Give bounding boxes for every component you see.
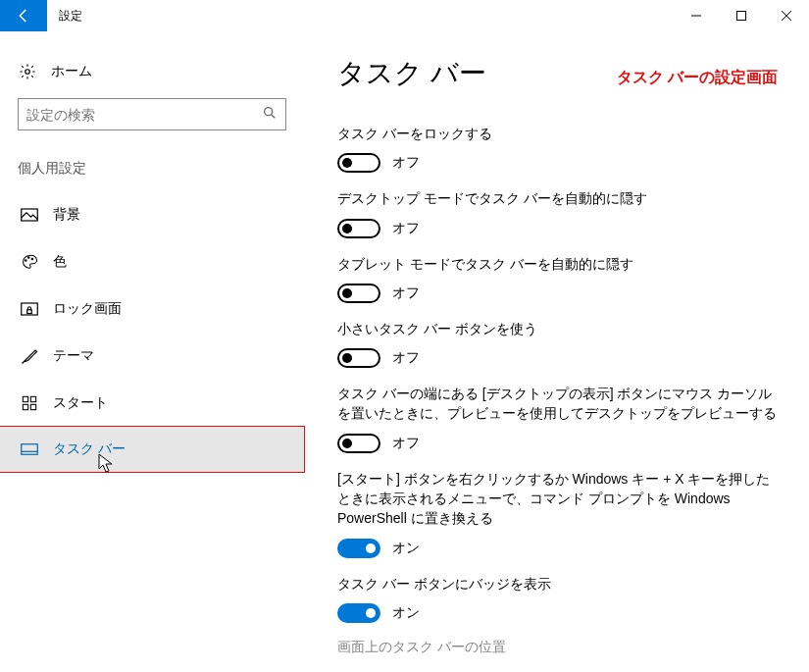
sidebar: ホーム 個人用設定 背景 <box>0 31 304 672</box>
annotation-text: タスク バーの設定画面 <box>617 68 778 88</box>
window-title: 設定 <box>47 8 82 25</box>
gear-icon <box>18 63 37 80</box>
sidebar-item-start[interactable]: スタート <box>0 380 304 427</box>
svg-point-3 <box>265 108 273 116</box>
svg-point-2 <box>25 70 30 75</box>
sidebar-item-label: スタート <box>39 394 108 412</box>
toggle-state-label: オフ <box>392 220 420 237</box>
toggle-state-label: オフ <box>392 284 420 302</box>
sidebar-item-label: タスク バー <box>39 440 126 458</box>
svg-rect-13 <box>23 404 27 409</box>
lockscreen-icon <box>20 302 39 316</box>
sidebar-item-label: テーマ <box>39 347 94 365</box>
palette-icon <box>20 253 39 271</box>
sidebar-home-label: ホーム <box>37 63 92 80</box>
minimize-button[interactable] <box>674 0 719 31</box>
setting-autohide-desktop: デスクトップ モードでタスク バーを自動的に隠す オフ <box>337 188 778 237</box>
sidebar-item-taskbar[interactable]: タスク バー <box>0 426 305 473</box>
toggle-switch[interactable] <box>337 284 380 303</box>
setting-lock-taskbar: タスク バーをロックする オフ <box>337 124 778 173</box>
setting-label-cutoff: 画面上のタスク バーの位置 <box>337 639 778 656</box>
sidebar-item-themes[interactable]: テーマ <box>0 333 304 380</box>
svg-point-6 <box>25 260 27 262</box>
toggle-switch[interactable] <box>337 603 380 623</box>
toggle-switch[interactable] <box>337 153 380 173</box>
maximize-button[interactable] <box>719 0 764 31</box>
svg-rect-1 <box>737 12 746 21</box>
toggle-state-label: オフ <box>392 349 420 367</box>
sidebar-item-label: 背景 <box>39 206 80 224</box>
toggle-switch[interactable] <box>337 348 380 368</box>
setting-label: タスク バーをロックする <box>337 124 778 143</box>
toggle-switch[interactable] <box>337 219 380 238</box>
setting-autohide-tablet: タブレット モードでタスク バーを自動的に隠す オフ <box>337 254 778 303</box>
setting-label: タブレット モードでタスク バーを自動的に隠す <box>337 254 778 274</box>
search-box[interactable] <box>18 98 286 130</box>
toggle-switch[interactable] <box>337 539 380 558</box>
svg-line-4 <box>272 115 276 119</box>
svg-rect-10 <box>27 310 32 314</box>
toggle-state-label: オフ <box>392 154 420 172</box>
page-title: タスク バー <box>337 55 486 92</box>
taskbar-icon <box>20 442 39 456</box>
back-button[interactable] <box>0 0 47 31</box>
svg-rect-15 <box>22 444 38 455</box>
setting-small-buttons: 小さいタスク バー ボタンを使う オフ <box>337 319 778 368</box>
setting-label: デスクトップ モードでタスク バーを自動的に隠す <box>337 188 778 208</box>
titlebar: 設定 <box>0 0 809 31</box>
search-input[interactable] <box>26 107 262 123</box>
sidebar-item-label: 色 <box>39 253 67 271</box>
sidebar-item-background[interactable]: 背景 <box>0 191 304 238</box>
toggle-switch[interactable] <box>337 434 380 453</box>
svg-rect-12 <box>30 396 35 401</box>
setting-label: タスク バー ボタンにバッジを表示 <box>337 574 778 594</box>
setting-powershell-replace: [スタート] ボタンを右クリックするか Windows キー + X キーを押し… <box>337 469 778 558</box>
svg-rect-14 <box>30 404 35 409</box>
sidebar-home[interactable]: ホーム <box>0 55 304 98</box>
brush-icon <box>20 347 39 365</box>
toggle-state-label: オン <box>392 604 420 622</box>
setting-show-badges: タスク バー ボタンにバッジを表示 オン <box>337 574 778 623</box>
start-grid-icon <box>20 395 39 411</box>
sidebar-item-colors[interactable]: 色 <box>0 238 304 285</box>
sidebar-item-lockscreen[interactable]: ロック画面 <box>0 285 304 333</box>
close-button[interactable] <box>764 0 809 31</box>
setting-label: タスク バーの端にある [デスクトップの表示] ボタンにマウス カーソルを置いた… <box>337 384 778 424</box>
setting-label: [スタート] ボタンを右クリックするか Windows キー + X キーを押し… <box>337 469 778 529</box>
toggle-state-label: オン <box>392 540 420 557</box>
svg-point-7 <box>28 257 30 259</box>
sidebar-item-label: ロック画面 <box>39 300 122 318</box>
svg-point-8 <box>31 258 33 260</box>
content-pane: タスク バー タスク バーの設定画面 タスク バーをロックする オフ デスクトッ… <box>304 31 809 672</box>
setting-peek-preview: タスク バーの端にある [デスクトップの表示] ボタンにマウス カーソルを置いた… <box>337 384 778 453</box>
toggle-state-label: オフ <box>392 435 420 452</box>
setting-label: 小さいタスク バー ボタンを使う <box>337 319 778 338</box>
svg-rect-11 <box>23 396 27 401</box>
search-icon <box>262 105 278 124</box>
sidebar-section-label: 個人用設定 <box>0 152 304 191</box>
picture-icon <box>20 208 39 222</box>
